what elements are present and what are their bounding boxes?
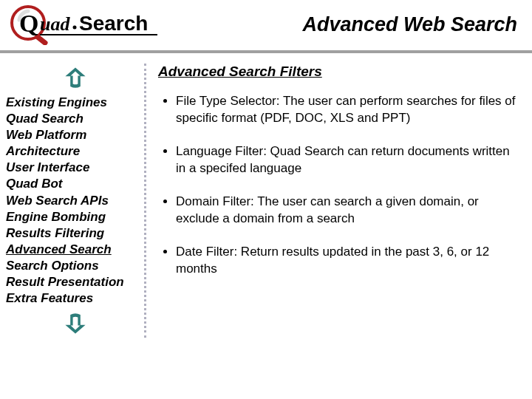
- header: Q uad Search Advanced Web Search: [0, 0, 532, 53]
- sidebar-item-label: Result Presentation: [6, 275, 124, 289]
- sidebar-item-label: Existing Engines: [6, 95, 107, 109]
- sidebar-item-label: Architecture: [6, 144, 80, 158]
- logo-text-italic: uad: [40, 13, 70, 35]
- sidebar-item-label: Web Search APIs: [6, 194, 109, 208]
- bullet-text: Domain Filter: The user can search a giv…: [176, 194, 479, 225]
- nav-up[interactable]: [6, 64, 144, 92]
- sidebar-item-existing-engines[interactable]: Existing Engines: [6, 95, 144, 111]
- page-title: Advanced Web Search: [161, 13, 517, 36]
- sidebar-item-label: Web Platform: [6, 128, 86, 142]
- sidebar-item-quad-search[interactable]: Quad Search: [6, 111, 144, 127]
- bullet-list: File Type Selector: The user can perform…: [158, 93, 519, 278]
- bullet-item: Domain Filter: The user can search a giv…: [176, 194, 519, 228]
- sidebar-item-quad-bot[interactable]: Quad Bot: [6, 176, 144, 192]
- arrow-up-icon: [63, 65, 88, 90]
- sidebar-item-label: User Interface: [6, 160, 89, 174]
- bullet-text: Date Filter: Return results updated in t…: [176, 245, 489, 276]
- sidebar-item-search-options[interactable]: Search Options: [6, 258, 144, 274]
- sidebar-item-label: Results Filtering: [6, 226, 104, 240]
- sidebar-item-user-interface[interactable]: User Interface: [6, 160, 144, 176]
- logo-text-remainder: Search: [79, 12, 148, 35]
- sidebar-item-label: Extra Features: [6, 291, 93, 305]
- bullet-item: Language Filter: Quad Search can return …: [176, 143, 519, 177]
- sidebar-item-engine-bombing[interactable]: Engine Bombing: [6, 209, 144, 225]
- sidebar-item-label: Engine Bombing: [6, 210, 106, 224]
- bullet-text: Language Filter: Quad Search can return …: [176, 144, 510, 175]
- sidebar-item-label: Search Options: [6, 259, 99, 273]
- sidebar-item-extra-features[interactable]: Extra Features: [6, 290, 144, 307]
- svg-text:Q: Q: [19, 10, 38, 37]
- sidebar-item-web-platform[interactable]: Web Platform: [6, 127, 144, 143]
- bullet-item: Date Filter: Return results updated in t…: [176, 244, 519, 278]
- bullet-text: File Type Selector: The user can perform…: [176, 94, 516, 125]
- svg-point-4: [73, 26, 77, 30]
- section-title: Advanced Search Filters: [158, 64, 519, 80]
- sidebar: Existing Engines Quad Search Web Platfor…: [0, 64, 146, 338]
- logo: Q uad Search: [6, 4, 161, 45]
- sidebar-item-label: Quad Search: [6, 112, 83, 126]
- arrow-down-icon: [63, 311, 88, 336]
- sidebar-item-label: Advanced Search: [6, 242, 112, 256]
- sidebar-item-results-filtering[interactable]: Results Filtering: [6, 225, 144, 242]
- sidebar-item-architecture[interactable]: Architecture: [6, 143, 144, 160]
- body: Existing Engines Quad Search Web Platfor…: [0, 53, 532, 338]
- sidebar-item-advanced-search[interactable]: Advanced Search: [6, 242, 144, 258]
- nav-down[interactable]: [6, 310, 144, 338]
- sidebar-item-label: Quad Bot: [6, 177, 63, 191]
- main-content: Advanced Search Filters File Type Select…: [146, 64, 532, 338]
- sidebar-item-web-search-apis[interactable]: Web Search APIs: [6, 193, 144, 209]
- sidebar-items: Existing Engines Quad Search Web Platfor…: [6, 92, 144, 310]
- slide: Q uad Search Advanced Web Search Existin…: [0, 0, 532, 399]
- sidebar-item-result-presentation[interactable]: Result Presentation: [6, 274, 144, 290]
- bullet-item: File Type Selector: The user can perform…: [176, 93, 519, 127]
